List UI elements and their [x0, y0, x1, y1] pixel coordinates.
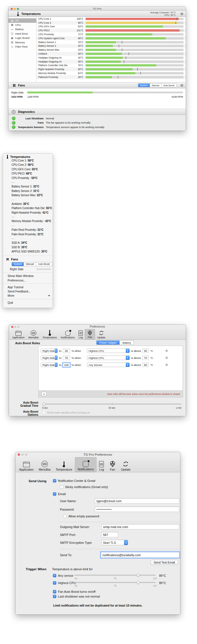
diagnostic-row: Last Shutdown Normal	[8, 116, 186, 121]
sensor-name: CPU PECI	[37, 29, 74, 32]
sidebar-item[interactable]: ▥ Memory	[8, 40, 36, 45]
percent-field[interactable]: 100	[63, 363, 70, 367]
email-checkbox[interactable]: ✓	[53, 492, 56, 496]
zoom-button[interactable]	[17, 8, 19, 10]
sensor-select[interactable]: Any Sensor	[87, 363, 130, 367]
sensor-name: Battery Sensor Max	[37, 48, 74, 51]
tab-battery[interactable]: Battery	[120, 341, 134, 345]
send-test-email-button[interactable]: Send Test Email	[151, 560, 178, 565]
remove-rule-icon[interactable]: ⊗	[165, 356, 168, 359]
menu-item-preferences[interactable]: Preferences...	[3, 278, 53, 282]
menu-item-send-feedback[interactable]: Send Feedback...	[3, 289, 53, 293]
stepper-caret-icon	[55, 349, 57, 353]
sidebar-item[interactable]: ∪ Palm Rest	[8, 44, 36, 49]
toolbar-item-fan[interactable]: Fan	[85, 329, 95, 339]
sensor-name: Memory Module Proximity	[37, 72, 74, 75]
toolbar-item-temperature[interactable]: Temperature	[53, 457, 75, 472]
tab-power-adapter[interactable]: Power Adapter	[97, 341, 120, 345]
menu-temp-label: SSD A:	[12, 241, 20, 244]
segment-auto-boost[interactable]: Auto Boost	[36, 262, 52, 266]
close-button[interactable]	[18, 453, 20, 456]
percent-field[interactable]: 50	[63, 349, 70, 353]
temperature-field[interactable]: 90	[142, 363, 149, 367]
zoom-button[interactable]	[17, 326, 19, 328]
menu-temp-label: CPU Proximity :	[12, 176, 31, 180]
fan-select[interactable]: Right Side	[41, 355, 58, 360]
menu-item-app-tutorial[interactable]: App Tutorial	[3, 285, 53, 289]
last-shutdown-checkbox[interactable]: ✓	[53, 595, 56, 598]
toolbar-item-fan[interactable]: Fan	[107, 457, 118, 472]
sidebar-item[interactable]: ▭ Battery	[8, 27, 36, 32]
add-rule-button[interactable]: +	[41, 392, 46, 396]
toolbar-item-menubar[interactable]: MenuBar	[26, 329, 41, 339]
send-to-field[interactable]: notifications@tunabelly.com	[101, 552, 180, 558]
toolbar-item-menubar[interactable]: MenuBar	[36, 457, 53, 472]
zoom-button[interactable]	[25, 453, 27, 456]
toolbar-item-update[interactable]: Update	[95, 329, 107, 339]
toolbar-item-notifications[interactable]: Notifications	[59, 329, 77, 339]
minimize-button[interactable]	[21, 453, 24, 456]
percent-field[interactable]: 75	[63, 356, 70, 360]
temperature-field[interactable]: 70	[142, 356, 149, 360]
trigger-label: Any sensor	[58, 574, 73, 577]
temperature-bar	[86, 68, 183, 70]
fan-select[interactable]: Right Side	[41, 363, 58, 367]
sensor-row: Right Heatsink Proximity 50°C	[37, 67, 186, 71]
remove-rule-icon[interactable]: ⊗	[165, 363, 168, 366]
smtp-port-field[interactable]: 587	[101, 532, 118, 537]
show-main-window-checkbox[interactable]	[42, 411, 45, 414]
temperature-limit-slider[interactable]	[75, 573, 156, 577]
sidebar-item[interactable]: ▣ Logic Board	[8, 36, 36, 40]
slider-thumb[interactable]	[136, 581, 140, 584]
fan-auto-boost-checkbox[interactable]: ✓	[53, 590, 56, 593]
toolbar-item-application[interactable]: Application	[17, 457, 36, 472]
segment-auto-boost[interactable]: Auto Boost	[162, 84, 176, 87]
slider-thumb[interactable]	[136, 574, 140, 577]
user-name-field[interactable]: tgpro@icloud.com	[95, 498, 179, 504]
toolbar-item-notifications[interactable]: Notifications	[75, 457, 97, 472]
menu-item-show-main-window[interactable]: Show Main Window	[3, 274, 53, 278]
sensor-select[interactable]: Highest CPU	[87, 348, 130, 353]
toolbar-item-log[interactable]: Log	[97, 457, 107, 472]
trigger-checkbox[interactable]: ✓	[53, 581, 56, 585]
notification-center-checkbox[interactable]: ✓	[53, 479, 56, 482]
minimize-button[interactable]	[14, 326, 16, 328]
category-label: Logic Board	[15, 36, 30, 39]
temperature-bar-fill	[86, 68, 133, 70]
temperature-limit-slider[interactable]	[75, 580, 156, 585]
gear-icon[interactable]: ⚙	[180, 12, 183, 16]
threshold-tick	[119, 44, 119, 47]
sidebar-item[interactable]: ▦ CPU	[8, 23, 36, 27]
segment-system[interactable]: System	[12, 262, 24, 266]
mail-server-field[interactable]: smtp.mail.me.com	[101, 524, 179, 529]
segment-manual[interactable]: Manual	[150, 84, 162, 87]
menu-item-quit[interactable]: Quit	[3, 300, 53, 305]
sticky-notifications-checkbox[interactable]	[60, 485, 63, 489]
password-field[interactable]: •••••••••••••	[95, 507, 179, 512]
temperature-field[interactable]: 50	[142, 349, 149, 353]
toolbar-item-log[interactable]: Log	[77, 329, 85, 339]
allow-empty-password-checkbox[interactable]	[63, 515, 67, 518]
close-button[interactable]	[11, 326, 13, 328]
toolbar-item-temperature[interactable]: Temperature	[41, 329, 59, 339]
segment-system[interactable]: System	[138, 84, 150, 87]
menu-item-more[interactable]: More ▶	[3, 294, 53, 298]
remove-rule-icon[interactable]: ⊗	[165, 349, 168, 352]
fan-speed-bar-fill	[27, 91, 93, 93]
trigger-checkbox[interactable]: ✓	[53, 574, 56, 577]
smtp-encryption-select[interactable]: Start TLS	[101, 540, 128, 545]
temperature-bar	[86, 53, 183, 55]
toolbar-item-update[interactable]: Update	[118, 457, 133, 472]
toolbar-item-application[interactable]: Application	[10, 329, 26, 339]
minimize-button[interactable]	[14, 8, 16, 10]
send-to-label: Send To:	[60, 553, 72, 557]
fan-select[interactable]: Right Side	[41, 348, 58, 353]
sensor-select[interactable]: Highest CPU	[87, 355, 130, 360]
sidebar-item[interactable]: ▤ All	[8, 18, 36, 23]
sidebar-item[interactable]: ◫ Hard Drive	[8, 32, 36, 36]
slider-thumb[interactable]	[42, 402, 46, 406]
gradual-time-slider[interactable]	[42, 402, 182, 406]
close-button[interactable]	[11, 8, 13, 10]
gear-icon[interactable]: ⚙	[180, 84, 183, 87]
segment-manual[interactable]: Manual	[24, 262, 36, 266]
